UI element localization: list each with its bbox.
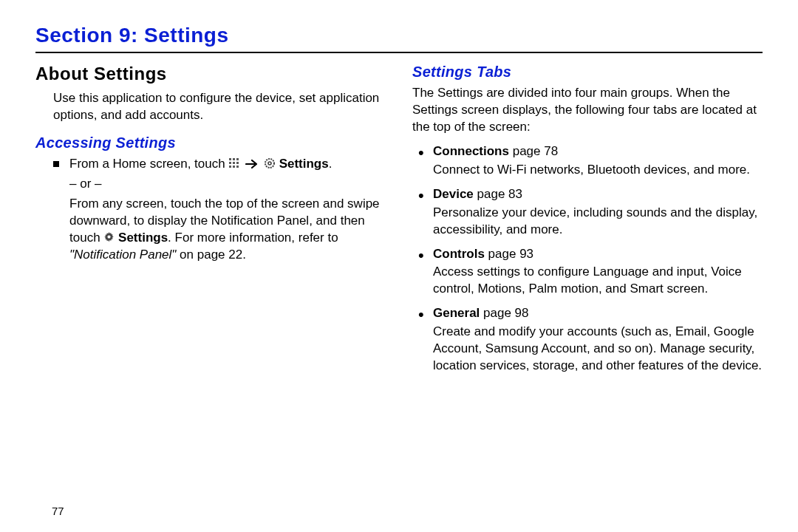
accessing-settings-heading: Accessing Settings [35,134,386,151]
square-bullet-icon [53,161,59,167]
right-column: Settings Tabs The Settings are divided i… [412,64,763,378]
para2-c: . For more information, refer to [168,231,338,245]
item-label: Connections [433,144,509,158]
settings-tabs-list: Connections page 78 Connect to Wi-Fi net… [418,143,763,375]
left-column: About Settings Use this application to c… [35,64,386,378]
svg-rect-4 [233,162,235,164]
item-page: page 83 [474,187,522,201]
item-page: page 98 [480,306,528,320]
item-desc: Connect to Wi-Fi networks, Bluetooth dev… [433,162,763,179]
line1-period: . [329,157,332,171]
item-desc: Personalize your device, including sound… [433,205,763,239]
svg-rect-3 [229,162,231,164]
about-settings-heading: About Settings [35,64,386,84]
notification-panel-ref: "Notification Panel" [69,248,176,262]
list-item: General page 98 Create and modify your a… [418,305,763,375]
settings-ring-icon [264,157,276,169]
page-number: 77 [52,505,64,517]
item-label: General [433,306,480,320]
item-page: page 78 [509,144,558,158]
or-line: – or – [69,176,386,193]
settings-label-bold-2: Settings [118,231,168,245]
ref-tail: on page 22. [176,248,246,262]
about-settings-intro: Use this application to configure the de… [53,90,386,124]
svg-rect-6 [229,166,231,168]
accessing-step: From a Home screen, touch [53,156,386,264]
svg-rect-1 [233,158,235,160]
svg-rect-0 [229,158,231,160]
gear-icon [103,232,115,243]
svg-rect-8 [236,166,239,168]
item-label: Device [433,187,474,201]
manual-page: Section 9: Settings About Settings Use t… [0,0,798,532]
svg-point-9 [265,159,274,168]
item-page: page 93 [485,247,533,261]
two-column-layout: About Settings Use this application to c… [35,64,763,378]
section-rule [35,52,763,53]
settings-label-bold-1: Settings [279,157,329,171]
settings-tabs-heading: Settings Tabs [412,64,763,81]
svg-point-11 [108,235,111,238]
list-item: Device page 83 Personalize your device, … [418,186,763,239]
accessing-step-content: From a Home screen, touch [69,156,386,264]
item-desc: Access settings to configure Language an… [433,264,763,298]
list-item: Connections page 78 Connect to Wi-Fi net… [418,143,763,179]
item-desc: Create and modify your accounts (such as… [433,324,763,375]
accessing-step-para2: From any screen, touch the top of the sc… [69,196,386,264]
apps-grid-icon [228,157,240,169]
svg-rect-5 [236,162,239,164]
section-title: Section 9: Settings [35,24,763,47]
line1-prefix: From a Home screen, touch [69,157,228,171]
accessing-step-line1: From a Home screen, touch [69,156,386,173]
settings-tabs-intro: The Settings are divided into four main … [412,85,763,136]
svg-rect-2 [236,158,239,160]
item-label: Controls [433,247,485,261]
list-item: Controls page 93 Access settings to conf… [418,246,763,299]
svg-point-10 [268,162,271,165]
arrow-right-icon [245,159,259,169]
svg-rect-7 [233,166,235,168]
